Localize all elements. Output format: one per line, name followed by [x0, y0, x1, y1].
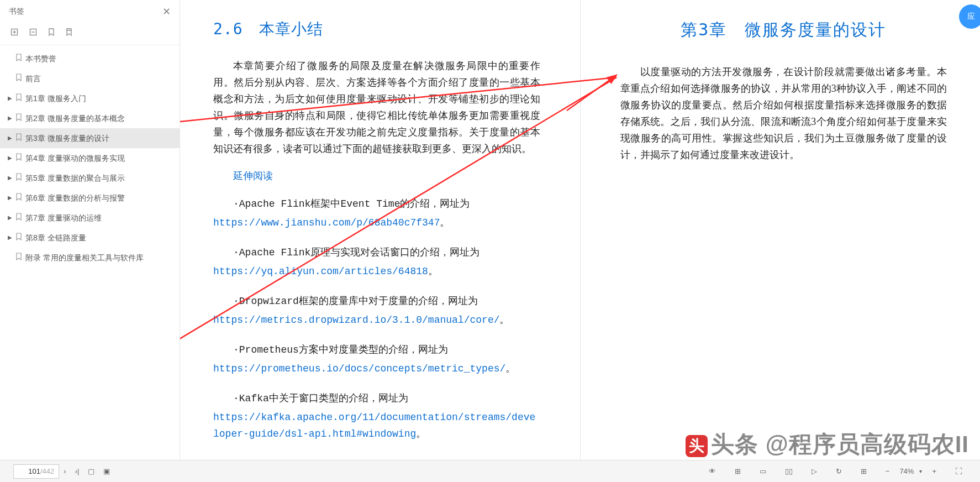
bookmark-list: 本书赞誉前言▶第1章 微服务入门▶第2章 微服务度量的基本概念▶第3章 微服务度…: [0, 45, 180, 482]
chevron-right-icon: ▶: [8, 212, 14, 223]
zoom-out-button[interactable]: −: [881, 465, 894, 478]
sidebar-item-0[interactable]: 本书赞誉: [0, 49, 180, 69]
sidebar-item-label: 第8章 全链路度量: [25, 232, 86, 243]
expand-all-icon[interactable]: [10, 28, 19, 38]
rotate-icon[interactable]: ↻: [831, 465, 846, 478]
bookmark-icon: [15, 232, 22, 243]
sidebar-item-label: 第7章 度量驱动的运维: [25, 212, 102, 223]
page-total: /442: [40, 467, 54, 475]
chevron-right-icon: ▶: [8, 172, 14, 184]
chevron-right-icon: ▶: [8, 232, 14, 243]
next-page-button[interactable]: ›: [59, 465, 70, 478]
zoom-in-button[interactable]: +: [928, 465, 941, 478]
sidebar-item-2[interactable]: ▶第1章 微服务入门: [0, 88, 180, 108]
fit-width-icon[interactable]: ⊞: [730, 465, 745, 478]
reference-text-0: ·Apache Flink框架中Event Time的介绍，网址为: [213, 196, 540, 212]
bookmark-icon: [15, 212, 22, 223]
reference-link-2[interactable]: https://metrics.dropwizard.io/3.1.0/manu…: [213, 312, 540, 328]
bookmark-icon: [15, 252, 22, 263]
sidebar-item-6[interactable]: ▶第5章 度量数据的聚合与展示: [0, 168, 180, 188]
tool-one-icon[interactable]: ▢: [83, 465, 99, 478]
zoom-level: 74%: [899, 467, 914, 475]
sidebar-item-5[interactable]: ▶第4章 度量驱动的微服务实现: [0, 148, 180, 168]
section-heading: 2.6 本章小结: [213, 19, 540, 40]
sidebar-item-label: 本书赞誉: [25, 53, 56, 64]
sidebar-item-4[interactable]: ▶第3章 微服务度量的设计: [0, 128, 180, 148]
sidebar-item-label: 前言: [25, 73, 41, 84]
sidebar-item-label: 第5章 度量数据的聚合与展示: [25, 172, 125, 184]
reference-link-0[interactable]: https://www.jianshu.com/p/68ab40c7f347。: [213, 214, 540, 231]
view-mode-icon[interactable]: 👁: [704, 465, 720, 478]
bookmark-icon: [15, 172, 22, 184]
bookmark-icon: [15, 113, 22, 124]
sidebar-item-9[interactable]: ▶第8章 全链路度量: [0, 228, 180, 248]
sidebar-item-7[interactable]: ▶第6章 度量数据的分析与报警: [0, 188, 180, 208]
status-bar: 101 /442 › ›| ▢ ▣ 👁 ⊞ ▭ ▯▯ ▷ ↻ ⊞ − 74% ▾…: [0, 460, 980, 482]
tool-two-icon[interactable]: ▣: [99, 465, 114, 478]
sidebar-item-label: 第1章 微服务入门: [25, 93, 86, 104]
bookmark-icon: [15, 93, 22, 104]
last-page-button[interactable]: ›|: [71, 465, 84, 478]
two-page-icon[interactable]: ▯▯: [781, 465, 797, 478]
sidebar-item-3[interactable]: ▶第2章 微服务度量的基本概念: [0, 108, 180, 128]
bookmark-icon: [15, 192, 22, 203]
reference-link-4[interactable]: https://kafka.apache.org/11/documentatio…: [213, 409, 540, 442]
fullscreen-icon[interactable]: ⛶: [951, 465, 967, 478]
chevron-right-icon: ▶: [8, 93, 14, 104]
sidebar-item-label: 第6章 度量数据的分析与报警: [25, 192, 125, 203]
sidebar-item-8[interactable]: ▶第7章 度量驱动的运维: [0, 208, 180, 228]
bookmark-icon: [15, 73, 22, 84]
chevron-right-icon: ▶: [8, 192, 14, 203]
chevron-right-icon: ▶: [8, 113, 14, 124]
sidebar-item-label: 第4章 度量驱动的微服务实现: [25, 153, 125, 164]
sidebar-toolbar: [0, 23, 180, 45]
assistant-badge-icon[interactable]: 应: [959, 4, 980, 29]
reference-text-1: ·Apache Flink原理与实现对会话窗口的介绍，网址为: [213, 244, 540, 261]
chevron-right-icon: ▶: [8, 133, 14, 144]
chapter-heading: 第3章 微服务度量的设计: [620, 19, 947, 41]
bookmark-icon: [15, 53, 22, 64]
bookmark-outline-icon[interactable]: [48, 28, 55, 38]
bookmark-icon: [15, 153, 22, 164]
reference-text-3: ·Prometheus方案中对度量类型的介绍，网址为: [213, 342, 540, 358]
bookmark-ribbon-icon[interactable]: [65, 28, 73, 38]
page-number-box[interactable]: 101 /442: [13, 464, 59, 479]
watermark-text: 头头条 @程序员高级码农II: [686, 429, 969, 460]
chevron-right-icon: ▶: [8, 153, 14, 164]
bookmarks-sidebar: 书签 ✕ 本书赞誉前言▶第1章 微服务入门▶第2章 微服务度量的基本概念▶第3章…: [0, 0, 180, 482]
bookmark-icon: [15, 133, 22, 144]
sidebar-item-label: 附录 常用的度量相关工具与软件库: [25, 252, 144, 263]
further-reading-heading: 延伸阅读: [213, 169, 540, 182]
reference-link-1[interactable]: https://yq.aliyun.com/articles/64818。: [213, 263, 540, 280]
sidebar-title: 书签: [9, 7, 24, 17]
sidebar-item-10[interactable]: 附录 常用的度量相关工具与软件库: [0, 248, 180, 268]
sidebar-item-label: 第2章 微服务度量的基本概念: [25, 113, 125, 124]
fit-page-icon[interactable]: ▭: [755, 465, 771, 478]
page-right: 第3章 微服务度量的设计 以度量驱动的方法开发微服务，在设计阶段就需要做出诸多考…: [580, 0, 981, 482]
page-current: 101: [18, 467, 40, 475]
reference-text-2: ·Dropwizard框架的度量库中对于度量的介绍，网址为: [213, 293, 540, 310]
close-icon[interactable]: ✕: [160, 3, 173, 20]
reference-text-4: ·Kafka中关于窗口类型的介绍，网址为: [213, 390, 540, 407]
sidebar-item-label: 第3章 微服务度量的设计: [25, 133, 109, 144]
page-left: 2.6 本章小结 本章简要介绍了微服务的局限及度量在解决微服务局限中的重要作用。…: [180, 0, 580, 482]
collapse-all-icon[interactable]: [29, 28, 38, 38]
reference-link-3[interactable]: https://prometheus.io/docs/concepts/metr…: [213, 360, 540, 377]
workspace: 2.6 本章小结 本章简要介绍了微服务的局限及度量在解决微服务局限中的重要作用。…: [180, 0, 980, 482]
grid-icon[interactable]: ⊞: [856, 465, 871, 478]
chapter-intro-paragraph: 以度量驱动的方法开发微服务，在设计阶段就需要做出诸多考量。本章重点介绍如何选择微…: [620, 64, 947, 163]
sidebar-item-1[interactable]: 前言: [0, 69, 180, 88]
present-icon[interactable]: ▷: [807, 465, 821, 478]
zoom-dropdown-icon[interactable]: ▾: [919, 468, 922, 474]
summary-paragraph: 本章简要介绍了微服务的局限及度量在解决微服务局限中的重要作用。然后分别从内容、层…: [213, 57, 540, 157]
